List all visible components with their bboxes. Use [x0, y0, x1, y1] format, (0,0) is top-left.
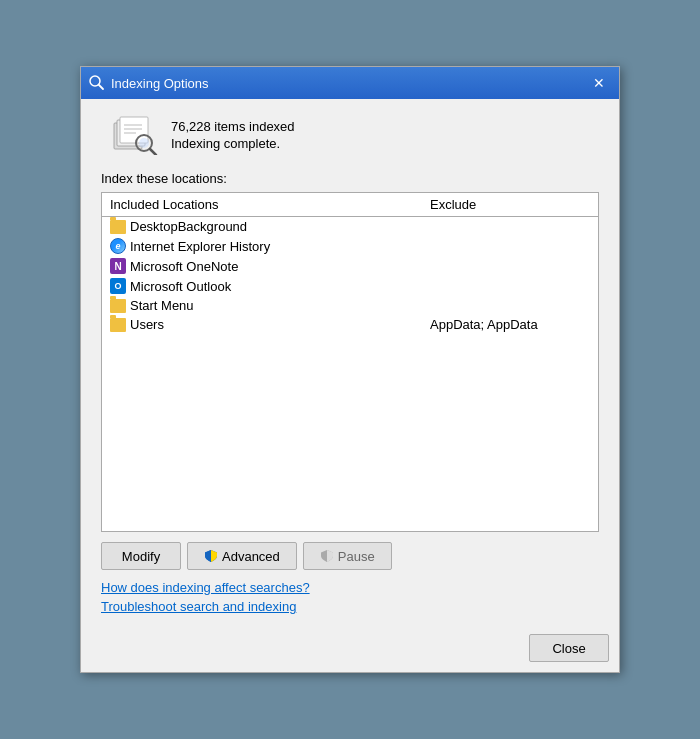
modify-button[interactable]: Modify	[101, 542, 181, 570]
title-bar: Indexing Options ✕	[81, 67, 619, 99]
location-label: Start Menu	[130, 298, 194, 313]
table-body: DesktopBackground e Internet Explorer Hi…	[102, 217, 598, 531]
table-row[interactable]: DesktopBackground	[102, 217, 598, 236]
table-row[interactable]: Users AppData; AppData	[102, 315, 598, 334]
location-label: Users	[130, 317, 164, 332]
advanced-button-label: Advanced	[222, 549, 280, 564]
row-location: Users	[110, 317, 430, 332]
svg-point-9	[139, 138, 149, 148]
row-location: e Internet Explorer History	[110, 238, 430, 254]
how-indexing-link[interactable]: How does indexing affect searches?	[101, 580, 599, 595]
pause-shield-icon	[320, 549, 334, 563]
pause-button-label: Pause	[338, 549, 375, 564]
table-row[interactable]: e Internet Explorer History	[102, 236, 598, 256]
links-section: How does indexing affect searches? Troub…	[101, 580, 599, 614]
col-exclude-header: Exclude	[430, 197, 590, 212]
bottom-row: Close	[81, 626, 619, 672]
folder-icon	[110, 318, 126, 332]
close-title-bar-button[interactable]: ✕	[587, 71, 611, 95]
advanced-button[interactable]: Advanced	[187, 542, 297, 570]
dialog-title: Indexing Options	[111, 76, 209, 91]
status-icon	[112, 115, 158, 155]
table-row[interactable]: O Microsoft Outlook	[102, 276, 598, 296]
dialog-body: 76,228 items indexed Indexing complete. …	[81, 99, 619, 626]
svg-line-1	[99, 85, 103, 89]
buttons-row: Modify Advanced Pause	[101, 542, 599, 570]
close-button[interactable]: Close	[529, 634, 609, 662]
troubleshoot-link[interactable]: Troubleshoot search and indexing	[101, 599, 599, 614]
row-location: DesktopBackground	[110, 219, 430, 234]
dialog-icon	[89, 75, 105, 91]
row-location: O Microsoft Outlook	[110, 278, 430, 294]
status-section: 76,228 items indexed Indexing complete.	[101, 115, 599, 155]
svg-line-10	[150, 149, 156, 155]
uac-shield-icon	[204, 549, 218, 563]
folder-icon	[110, 220, 126, 234]
items-count: 76,228 items indexed	[171, 119, 295, 134]
status-text-block: 76,228 items indexed Indexing complete.	[171, 119, 295, 151]
row-location: Start Menu	[110, 298, 430, 313]
indexing-icon	[89, 75, 105, 91]
locations-label: Index these locations:	[101, 171, 599, 186]
locations-table: Included Locations Exclude DesktopBackgr…	[101, 192, 599, 532]
location-label: Microsoft Outlook	[130, 279, 231, 294]
onenote-icon: N	[110, 258, 126, 274]
col-location-header: Included Locations	[110, 197, 430, 212]
indexing-status: Indexing complete.	[171, 136, 295, 151]
location-label: Internet Explorer History	[130, 239, 270, 254]
location-label: Microsoft OneNote	[130, 259, 238, 274]
pause-button[interactable]: Pause	[303, 542, 392, 570]
table-header: Included Locations Exclude	[102, 193, 598, 217]
outlook-icon: O	[110, 278, 126, 294]
row-exclude-users: AppData; AppData	[430, 317, 590, 332]
index-icon	[111, 115, 159, 155]
location-label: DesktopBackground	[130, 219, 247, 234]
row-location: N Microsoft OneNote	[110, 258, 430, 274]
indexing-options-dialog: Indexing Options ✕	[80, 66, 620, 673]
title-bar-left: Indexing Options	[89, 75, 209, 91]
table-row[interactable]: N Microsoft OneNote	[102, 256, 598, 276]
table-row[interactable]: Start Menu	[102, 296, 598, 315]
ie-icon: e	[110, 238, 126, 254]
folder-icon	[110, 299, 126, 313]
